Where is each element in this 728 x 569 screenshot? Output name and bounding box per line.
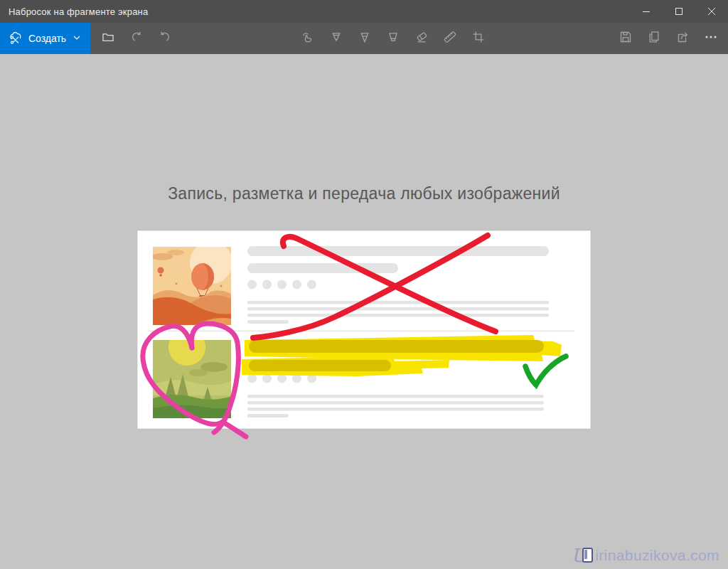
save-icon [619,30,633,47]
watermark-text: irinabuzikova.com [595,547,719,564]
crop-button[interactable] [464,24,493,53]
ruler-button[interactable] [436,24,464,53]
undo-button[interactable] [122,24,151,53]
eraser-icon [414,30,429,47]
share-button[interactable] [668,24,697,53]
copy-icon [647,30,661,47]
ballpoint-pen-button[interactable] [322,24,350,53]
chevron-down-icon [71,32,82,46]
pencil-button[interactable] [350,24,379,53]
maximize-icon [675,5,682,18]
save-button[interactable] [611,24,640,53]
watermark-badge-icon [582,548,593,563]
toolbar-left-group [94,24,179,53]
folder-icon [101,30,115,47]
ruler-icon [443,30,457,47]
touch-writing-icon [301,30,315,47]
toolbar-right-group [611,24,725,53]
editor-canvas: Запись, разметка и передача любых изобра… [0,54,728,569]
new-snip-scissors-icon [8,30,23,48]
window-title: Набросок на фрагменте экрана [0,6,148,17]
crop-icon [471,30,486,47]
copy-button[interactable] [640,24,668,53]
highlighter-icon [386,30,400,47]
ellipsis-icon [704,30,718,47]
watermark: U irinabuzikova.com [571,546,719,565]
close-button[interactable] [695,0,728,23]
toolbar: Создать [0,23,728,54]
new-snip-label: Создать [28,33,66,44]
ballpoint-pen-icon [329,30,343,47]
redo-button[interactable] [151,24,179,53]
mockup-divider [148,331,574,332]
welcome-heading: Запись, разметка и передача любых изобра… [0,184,728,203]
illustration-card [132,228,601,442]
redo-arrow-icon [158,30,172,47]
titlebar: Набросок на фрагменте экрана [0,0,728,23]
minimize-icon [643,5,650,18]
eraser-button[interactable] [407,24,436,53]
more-button[interactable] [697,24,725,53]
close-icon [708,5,715,18]
toolbar-tools-group [294,24,493,53]
new-snip-button[interactable]: Создать [0,23,90,54]
undo-arrow-icon [129,30,144,47]
window-controls [630,0,728,23]
pencil-icon [358,30,372,47]
open-file-button[interactable] [94,24,122,53]
orange-landscape-thumbnail [151,241,232,325]
touch-writing-button[interactable] [294,24,322,53]
minimize-button[interactable] [630,0,663,23]
highlighter-button[interactable] [379,24,407,53]
maximize-button[interactable] [663,0,695,23]
share-icon [675,30,690,47]
